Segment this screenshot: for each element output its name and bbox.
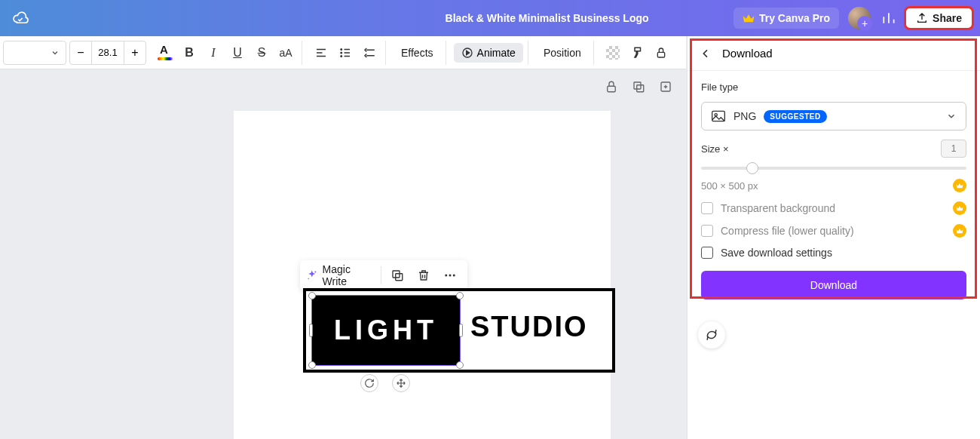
svg-point-13 (446, 275, 448, 277)
font-family-select[interactable] (3, 41, 66, 65)
pro-badge-icon (953, 201, 966, 215)
chevron-down-icon (946, 111, 957, 121)
italic-button[interactable]: I (202, 41, 225, 64)
magic-write-button[interactable]: Magic Write (306, 263, 376, 287)
svg-point-15 (453, 275, 455, 277)
spacing-button[interactable] (358, 41, 381, 64)
position-button[interactable]: Position (536, 47, 589, 59)
file-type-select[interactable]: PNG SUGGESTED (701, 102, 966, 130)
size-slider[interactable] (701, 167, 966, 170)
file-type-label: File type (701, 81, 966, 93)
animate-button[interactable]: Animate (454, 43, 523, 63)
cloud-sync-icon[interactable] (12, 11, 29, 25)
transparency-button[interactable] (602, 41, 624, 64)
save-settings-label: Save download settings (721, 247, 832, 259)
regenerate-button[interactable] (698, 321, 725, 348)
context-toolbar: Magic Write (300, 260, 467, 290)
file-type-value: PNG (733, 110, 756, 122)
svg-point-10 (308, 278, 309, 280)
transparent-bg-label: Transparent background (721, 202, 945, 214)
svg-point-9 (314, 271, 316, 272)
more-options-button[interactable] (439, 264, 461, 287)
underline-button[interactable]: U (226, 41, 249, 64)
effects-button[interactable]: Effects (394, 47, 441, 59)
text-color-button[interactable] (154, 41, 176, 64)
duplicate-button[interactable] (386, 264, 408, 287)
canvas-area: Magic Write LIGHT STUDIO (0, 69, 686, 439)
size-label: Size × (701, 143, 729, 155)
animate-label: Animate (477, 47, 516, 59)
compress-checkbox[interactable] (701, 225, 713, 237)
suggested-badge: SUGGESTED (764, 110, 826, 123)
svg-point-2 (341, 55, 342, 57)
save-settings-checkbox[interactable] (701, 247, 713, 259)
crown-icon (743, 13, 755, 23)
download-button[interactable]: Download (701, 271, 966, 299)
move-handle[interactable] (392, 374, 410, 392)
svg-point-0 (341, 48, 342, 50)
logo-element[interactable]: LIGHT STUDIO (303, 288, 615, 373)
dimensions-text: 500 × 500 px (701, 180, 758, 192)
magic-write-label: Magic Write (323, 263, 377, 287)
pro-badge-icon (953, 224, 966, 238)
decrease-size-button[interactable]: − (70, 46, 91, 60)
panel-title: Download (722, 47, 773, 60)
svg-rect-12 (396, 274, 403, 281)
svg-point-14 (449, 275, 452, 277)
pro-badge-icon (953, 179, 966, 192)
font-size-stepper: − 28.1 + (69, 41, 146, 65)
delete-button[interactable] (412, 264, 434, 287)
share-button[interactable]: Share (905, 8, 972, 29)
copy-style-button[interactable] (626, 41, 648, 64)
page-lock-icon[interactable] (605, 80, 618, 94)
add-member-button[interactable]: + (857, 16, 872, 31)
list-button[interactable] (334, 41, 357, 64)
uppercase-button[interactable]: aA (274, 41, 297, 64)
compress-label: Compress file (lower quality) (721, 225, 945, 237)
font-size-value[interactable]: 28.1 (91, 41, 124, 64)
size-multiplier[interactable]: 1 (941, 140, 966, 158)
strikethrough-button[interactable]: S (250, 41, 273, 64)
increase-size-button[interactable]: + (124, 46, 145, 60)
upload-icon (916, 12, 928, 24)
back-button[interactable] (700, 48, 712, 60)
logo-light-text: LIGHT (334, 315, 438, 346)
svg-rect-6 (634, 82, 641, 89)
svg-point-1 (341, 52, 342, 54)
try-pro-label: Try Canva Pro (759, 12, 830, 24)
duplicate-page-icon[interactable] (632, 80, 645, 94)
text-toolbar: − 28.1 + B I U S aA Effects Animate Posi… (0, 36, 686, 69)
add-page-icon[interactable] (659, 80, 672, 94)
light-text-block[interactable]: LIGHT (312, 296, 460, 365)
svg-rect-5 (608, 86, 616, 92)
analytics-icon[interactable] (881, 11, 896, 26)
lock-button[interactable] (650, 41, 672, 64)
logo-studio-text[interactable]: STUDIO (470, 311, 588, 343)
bold-button[interactable]: B (178, 41, 201, 64)
svg-rect-7 (637, 85, 644, 92)
download-panel: Download File type PNG SUGGESTED Size × … (687, 36, 980, 439)
share-label: Share (933, 12, 962, 24)
svg-rect-4 (657, 52, 664, 57)
document-title[interactable]: Black & White Minimalist Business Logo (446, 12, 649, 24)
svg-rect-11 (393, 271, 400, 278)
align-button[interactable] (310, 41, 332, 64)
try-canva-pro-button[interactable]: Try Canva Pro (733, 8, 839, 29)
rotate-handle[interactable] (360, 374, 378, 392)
top-bar: Black & White Minimalist Business Logo T… (0, 0, 980, 36)
transparent-bg-checkbox[interactable] (701, 202, 713, 214)
